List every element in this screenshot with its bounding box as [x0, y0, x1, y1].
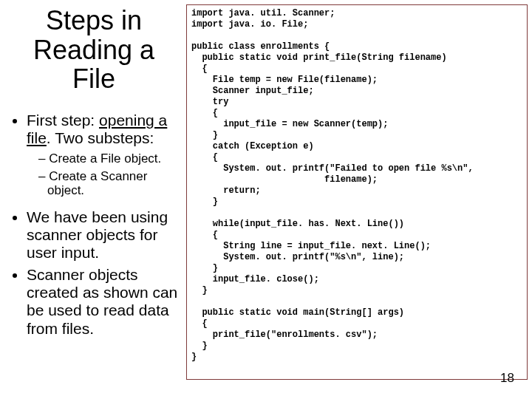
- slide-title: Steps in Reading a File: [9, 6, 179, 94]
- sub-list: Create a File object. Create a Scanner o…: [27, 151, 179, 198]
- code-block: import java. util. Scanner; import java.…: [186, 4, 528, 380]
- bullet-3: Scanner objects created as shown can be …: [27, 266, 179, 338]
- sub-2: Create a Scanner object.: [38, 169, 179, 198]
- bullet-1: First step: opening a file. Two substeps…: [27, 112, 179, 198]
- bullet-1-pre: First step:: [27, 112, 99, 129]
- bullet-1-post: . Two substeps:: [47, 129, 154, 146]
- bullet-list: First step: opening a file. Two substeps…: [16, 112, 179, 338]
- bullet-2: We have been using scanner objects for u…: [27, 208, 179, 262]
- right-column: import java. util. Scanner; import java.…: [185, 0, 532, 399]
- left-column: Steps in Reading a File First step: open…: [0, 0, 185, 399]
- sub-1: Create a File object.: [38, 151, 179, 166]
- page-number: 18: [500, 371, 514, 386]
- slide: Steps in Reading a File First step: open…: [0, 0, 532, 399]
